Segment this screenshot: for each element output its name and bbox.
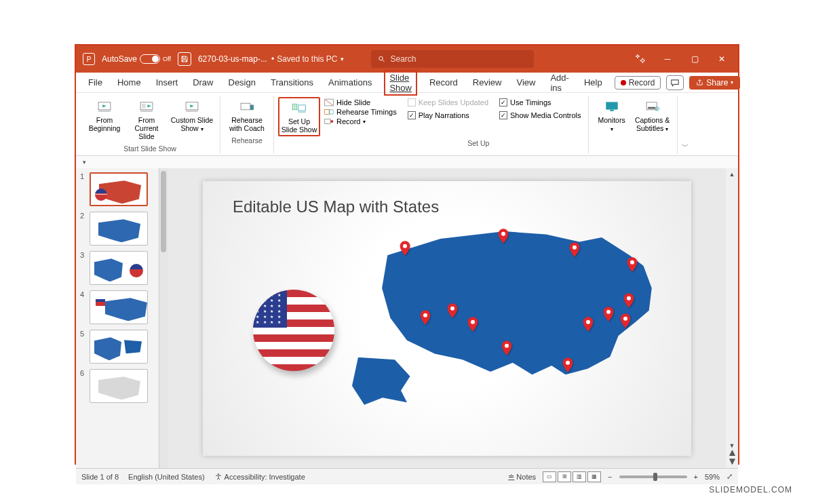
fit-window-button[interactable]: ⤢ <box>726 472 733 481</box>
tab-slideshow[interactable]: Slide Show <box>384 70 417 96</box>
zoom-level[interactable]: 59% <box>705 473 720 481</box>
tab-view[interactable]: View <box>513 75 538 90</box>
qat-row: ▾ <box>76 156 738 168</box>
slide-thumb-5[interactable] <box>90 330 148 364</box>
accessibility-status[interactable]: Accessibility: Investigate <box>214 473 305 481</box>
group-monitors: Monitors▾ Captions & Subtitles ▾ <box>589 96 678 154</box>
tab-design[interactable]: Design <box>226 75 258 90</box>
scroll-down-icon[interactable]: ▼ <box>729 442 735 449</box>
qat-dropdown[interactable]: ▾ <box>83 159 86 166</box>
map-pin-icon <box>583 317 594 332</box>
slide-thumb-1[interactable] <box>90 172 148 206</box>
prev-slide-icon[interactable]: ⯅ <box>729 449 736 457</box>
tab-record[interactable]: Record <box>427 75 461 90</box>
map-pin-icon <box>620 313 631 328</box>
svg-rect-24 <box>325 119 330 124</box>
setup-checks-col2: ✓Use Timings ✓Show Media Controls <box>497 97 584 136</box>
tab-file[interactable]: File <box>85 75 105 90</box>
group-label: Start Slide Show <box>123 144 176 154</box>
tab-home[interactable]: Home <box>115 75 144 90</box>
svg-point-35 <box>627 296 631 300</box>
close-button[interactable]: ✕ <box>712 50 731 69</box>
notes-button[interactable]: ≐Notes <box>508 472 536 481</box>
sparkle-icon[interactable] <box>631 50 650 69</box>
tab-draw[interactable]: Draw <box>190 75 216 90</box>
autosave-label: AutoSave <box>102 54 137 64</box>
play-narrations-checkbox[interactable]: ✓Play Narrations <box>408 111 488 119</box>
reading-view-button[interactable]: ▥ <box>573 471 586 482</box>
map-pin-icon <box>447 303 458 318</box>
language-status[interactable]: English (United States) <box>128 473 205 481</box>
search-input[interactable] <box>391 54 527 64</box>
maximize-button[interactable]: ▢ <box>685 50 704 69</box>
zoom-in-button[interactable]: + <box>694 473 698 481</box>
powerpoint-icon: P <box>83 53 95 65</box>
hide-slide-button[interactable]: Hide Slide <box>324 98 397 106</box>
tab-addins[interactable]: Add-ins <box>547 70 571 96</box>
map-pin-icon <box>498 229 509 244</box>
chevron-down-icon[interactable]: ▾ <box>341 56 344 62</box>
record-dropdown-button[interactable]: Record ▾ <box>324 117 397 125</box>
svg-point-39 <box>566 360 570 364</box>
svg-line-1 <box>382 60 384 62</box>
us-flag-badge: ★ ★ ★ ★★ ★ ★ ★★ ★ ★ ★★ ★ ★ ★★ ★ ★ ★★ ★ ★… <box>253 290 334 371</box>
save-button[interactable] <box>178 52 191 66</box>
monitors-button[interactable]: Monitors▾ <box>593 97 631 134</box>
toggle-track <box>140 54 160 64</box>
search-icon <box>378 55 385 63</box>
setup-slideshow-button[interactable]: Set Up Slide Show <box>278 97 320 136</box>
next-slide-icon[interactable]: ⯆ <box>729 457 736 465</box>
share-icon <box>696 79 703 86</box>
map-pin-icon <box>562 357 573 372</box>
ribbon: From Beginning From Current Slide Custom… <box>76 93 738 156</box>
custom-slideshow-button[interactable]: Custom Slide Show ▾ <box>168 97 216 142</box>
map-pin-icon <box>603 307 614 322</box>
play-from-current-icon <box>137 98 156 115</box>
captions-icon <box>643 98 662 115</box>
from-current-button[interactable]: From Current Slide <box>126 97 167 142</box>
from-beginning-button[interactable]: From Beginning <box>84 97 125 142</box>
scroll-up-icon[interactable]: ▲ <box>729 171 735 178</box>
slide-counter[interactable]: Slide 1 of 8 <box>81 473 119 481</box>
share-button[interactable]: Share▾ <box>689 76 740 90</box>
minimize-button[interactable]: ─ <box>658 50 677 69</box>
captions-button[interactable]: Captions & Subtitles ▾ <box>632 97 673 134</box>
svg-rect-26 <box>606 102 617 109</box>
map-pin-icon <box>569 242 580 257</box>
slide-thumb-6[interactable] <box>90 369 148 403</box>
use-timings-checkbox[interactable]: ✓Use Timings <box>499 98 581 106</box>
normal-view-button[interactable]: ▭ <box>543 471 556 482</box>
show-media-checkbox[interactable]: ✓Show Media Controls <box>499 111 581 119</box>
map-pin-icon <box>420 310 431 325</box>
rehearse-timings-button[interactable]: Rehearse Timings <box>324 108 397 116</box>
group-start-slideshow: From Beginning From Current Slide Custom… <box>80 96 220 154</box>
zoom-slider[interactable] <box>619 476 687 478</box>
zoom-out-button[interactable]: − <box>608 473 612 481</box>
search-box[interactable] <box>371 50 534 68</box>
rehearse-coach-button[interactable]: Rehearse with Coach <box>225 97 269 134</box>
comments-button[interactable] <box>666 75 684 90</box>
autosave-toggle[interactable]: AutoSave Off <box>102 54 171 64</box>
ribbon-collapse-button[interactable]: ﹀ <box>678 96 693 154</box>
slide-thumb-4[interactable] <box>90 290 148 324</box>
slide-content[interactable]: Editable US Map with States ★ ★ ★ ★★ ★ ★ <box>203 181 691 456</box>
slide-scrollbar[interactable]: ▲ ▼ ⯅ ⯆ <box>726 168 738 468</box>
slideshow-view-button[interactable]: ▦ <box>587 471 601 482</box>
tab-animations[interactable]: Animations <box>326 75 374 90</box>
svg-point-0 <box>379 56 382 60</box>
thumb-scrollbar[interactable] <box>159 168 168 468</box>
tab-transitions[interactable]: Transitions <box>268 75 316 90</box>
svg-point-33 <box>573 245 577 249</box>
record-button[interactable]: Record <box>615 76 661 90</box>
us-map-shape <box>352 222 671 412</box>
setup-checks-col1: Keep Slides Updated ✓Play Narrations <box>405 97 491 136</box>
slide-thumb-2[interactable] <box>90 212 148 246</box>
sorter-view-button[interactable]: ⊞ <box>558 471 571 482</box>
tab-help[interactable]: Help <box>581 75 605 90</box>
svg-rect-18 <box>298 105 306 111</box>
tab-review[interactable]: Review <box>470 75 505 90</box>
map-pin-icon <box>400 241 410 256</box>
slide-thumb-3[interactable] <box>90 251 148 285</box>
tab-insert[interactable]: Insert <box>153 75 181 90</box>
svg-point-37 <box>606 309 610 313</box>
